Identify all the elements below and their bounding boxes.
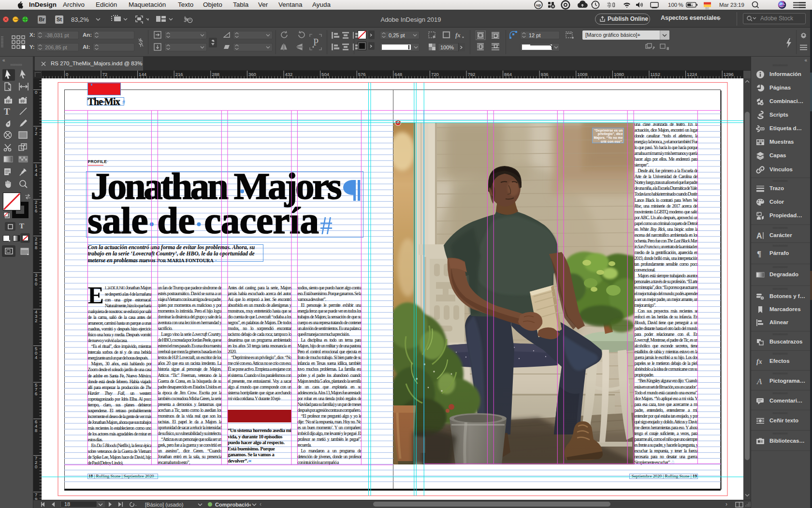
- svg-text:288: 288: [212, 72, 219, 77]
- svg-text:216: 216: [175, 72, 183, 77]
- svg-text:fx: fx: [756, 358, 762, 365]
- svg-text:1008: 1008: [577, 72, 587, 77]
- svg-text:A: A: [756, 377, 762, 386]
- svg-text:6: 6: [35, 208, 37, 213]
- svg-text:1152: 1152: [651, 72, 660, 77]
- svg-text:360: 360: [248, 72, 256, 77]
- svg-text:up: up: [536, 3, 541, 7]
- svg-text:504: 504: [321, 72, 329, 77]
- svg-text:¶: ¶: [757, 249, 761, 258]
- svg-text:576: 576: [358, 72, 366, 77]
- svg-text:792: 792: [468, 72, 476, 77]
- svg-text:1224: 1224: [687, 72, 697, 77]
- svg-text:72: 72: [102, 72, 108, 77]
- svg-text:fx: fx: [455, 31, 461, 39]
- svg-text:0: 0: [35, 90, 37, 95]
- svg-text:144: 144: [139, 72, 146, 77]
- svg-text:0: 0: [35, 464, 37, 469]
- svg-text:864: 864: [504, 72, 512, 77]
- svg-text:0: 0: [35, 281, 37, 286]
- svg-text:2: 2: [35, 131, 37, 136]
- svg-text:720: 720: [431, 72, 439, 77]
- svg-text:8: 8: [35, 245, 37, 250]
- svg-text:100 %: 100 %: [668, 2, 683, 8]
- svg-text:1296: 1296: [724, 72, 734, 77]
- svg-text:0: 0: [66, 72, 68, 77]
- svg-text:9: 9: [35, 496, 37, 500]
- svg-text:4: 4: [35, 355, 37, 360]
- svg-text:6: 6: [35, 391, 37, 396]
- svg-text:Mar 23:19: Mar 23:19: [719, 2, 744, 8]
- svg-text:A: A: [756, 232, 762, 240]
- svg-text:432: 432: [285, 72, 293, 77]
- svg-text:648: 648: [394, 72, 402, 77]
- svg-text:P: P: [313, 37, 319, 47]
- svg-text:936: 936: [541, 72, 549, 77]
- svg-text:1080: 1080: [614, 72, 624, 77]
- svg-text:T: T: [4, 106, 10, 117]
- svg-text:2: 2: [35, 318, 37, 323]
- svg-text:4: 4: [35, 172, 37, 177]
- svg-text:8: 8: [35, 428, 37, 433]
